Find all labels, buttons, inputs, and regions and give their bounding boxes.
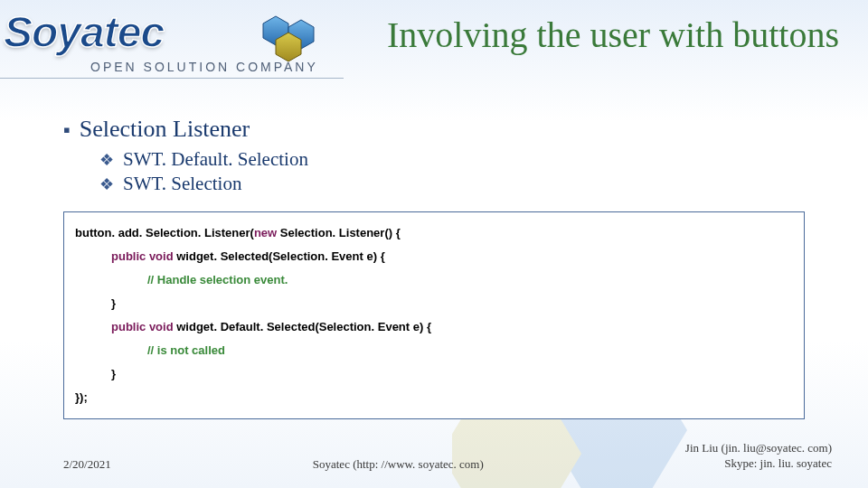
code-block: button. add. Selection. Listener(new Sel…: [63, 211, 805, 419]
logo-brand: Soyatec: [4, 7, 164, 57]
slide-title: Involving the user with buttons: [344, 7, 839, 56]
logo: Soyatec Open Solution Company: [0, 7, 344, 89]
footer-email: Jin Liu (jin. liu@soyatec. com): [685, 441, 832, 456]
code-line: // is not called: [75, 339, 793, 362]
footer-center: Soyatec (http: //www. soyatec. com): [313, 457, 484, 472]
code-line: public void widget. Selected(Selection. …: [75, 245, 793, 268]
logo-tagline: Open Solution Company: [90, 60, 318, 74]
slide-footer: 2/20/2021 Soyatec (http: //www. soyatec.…: [0, 441, 868, 472]
code-line: public void widget. Default. Selected(Se…: [75, 315, 793, 339]
code-line: }: [75, 292, 793, 315]
code-line: }: [75, 362, 793, 386]
slide-body: Selection Listener SWT. Default. Selecti…: [0, 90, 868, 419]
footer-contact: Jin Liu (jin. liu@soyatec. com) Skype: j…: [685, 441, 832, 472]
bullet-selection-listener: Selection Listener: [63, 116, 805, 143]
bullet-default-selection: SWT. Default. Selection: [99, 148, 805, 171]
code-line: });: [75, 386, 793, 409]
footer-date: 2/20/2021: [63, 457, 111, 472]
hexagon-cluster-icon: [258, 14, 321, 64]
code-line: button. add. Selection. Listener(new Sel…: [75, 221, 793, 245]
footer-skype: Skype: jin. liu. soyatec: [685, 456, 832, 472]
code-line: // Handle selection event.: [75, 268, 793, 292]
bullet-selection: SWT. Selection: [99, 173, 805, 195]
logo-underline: [0, 78, 344, 79]
slide-header: Soyatec Open Solution Company Involving …: [0, 0, 868, 90]
